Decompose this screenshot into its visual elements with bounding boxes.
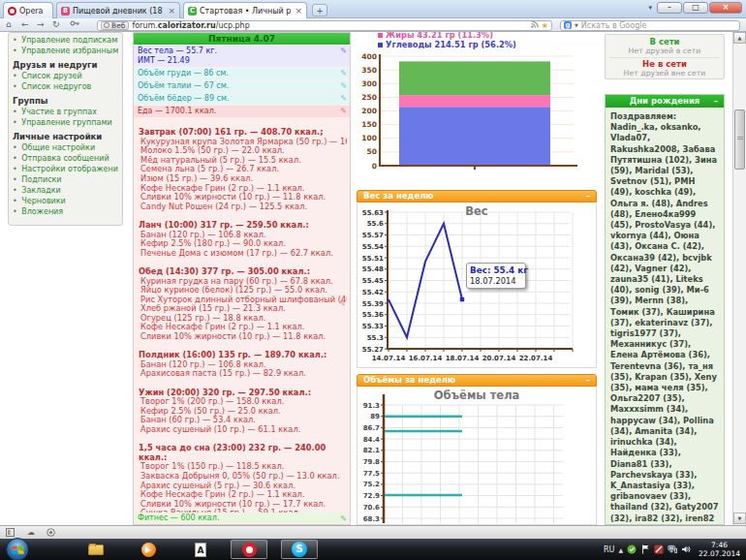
meal-item: Мёд натуральный (5 гр.) — 15.5 ккал. bbox=[139, 156, 347, 166]
macros-chart-panel: Жиры 43.21 гр (11.3%) Углеводы 214.51 гр… bbox=[357, 32, 597, 190]
chevron-down-icon[interactable]: ▼ bbox=[575, 22, 578, 28]
sidebar-item[interactable]: • Вложения bbox=[13, 206, 118, 217]
taskbar-skype-button[interactable]: S bbox=[281, 540, 318, 559]
meal-item: Кофе Нескафе Грин (2 гр.) — 1.1 ккал. bbox=[139, 490, 347, 500]
meal-item: Банан (120 гр.) — 106.8 ккал. bbox=[139, 231, 347, 240]
meal-section: Завтрак (07:00) 161 гр. — 408.70 ккал.;К… bbox=[139, 128, 347, 211]
sidebar-item[interactable]: • Управление избранными bbox=[13, 46, 118, 56]
bookmark-star-icon[interactable]: ★ bbox=[542, 21, 548, 30]
start-button[interactable] bbox=[6, 538, 29, 560]
new-tab-button[interactable]: + bbox=[312, 4, 327, 16]
collapse-icon[interactable]: – bbox=[586, 375, 590, 386]
sidebar-item[interactable]: • Настройки отображения bbox=[13, 164, 118, 174]
document-a-icon: A bbox=[195, 543, 206, 557]
meal-item: Арахис сушеный (5 гр.) — 30.6 ккал. bbox=[139, 482, 347, 491]
collapse-icon[interactable]: – bbox=[586, 191, 590, 202]
sidebar-item[interactable]: • Общие настройки bbox=[13, 142, 118, 153]
windows-logo-icon bbox=[12, 544, 24, 556]
sidebar-item[interactable]: • Список недругов bbox=[13, 81, 118, 92]
page-scrollbar[interactable]: ▲ ▼ bbox=[732, 32, 746, 525]
edit-pencil-icon[interactable]: ✎ bbox=[340, 94, 347, 104]
app-red-icon[interactable] bbox=[654, 544, 664, 554]
sidebar-list: • Управление подписками• Управление избр… bbox=[13, 35, 118, 217]
svg-text:20.07.14: 20.07.14 bbox=[482, 355, 516, 362]
svg-text:55.54: 55.54 bbox=[362, 243, 384, 251]
edit-pencil-icon[interactable]: ✎ bbox=[340, 513, 347, 524]
antivirus-icon[interactable] bbox=[627, 544, 637, 554]
sidebar-item[interactable]: • Черновики bbox=[13, 196, 118, 206]
media-player-icon: ▶ bbox=[141, 543, 156, 557]
svg-text:86.7: 86.7 bbox=[363, 424, 380, 432]
close-button[interactable]: × bbox=[709, 2, 742, 14]
chevron-down-icon[interactable]: ▾ bbox=[648, 4, 652, 12]
svg-text:79.8: 79.8 bbox=[363, 458, 380, 466]
taskbar-media-player-button[interactable]: ▶ bbox=[130, 540, 167, 559]
tab-close-icon[interactable]: × bbox=[168, 7, 175, 16]
minimize-button[interactable]: – bbox=[657, 2, 682, 14]
camera-icon[interactable] bbox=[47, 528, 55, 539]
fitness-row: Фитнес — 600 ккал. ✎ bbox=[134, 513, 350, 523]
maximize-button[interactable]: □ bbox=[683, 2, 708, 14]
tab-personal-section[interactable]: C Стартовая • Личный р… × bbox=[183, 2, 307, 18]
sidebar-item[interactable]: • Подписки bbox=[13, 174, 118, 185]
volumes-week-header[interactable]: Объёмы за неделю – bbox=[357, 374, 597, 387]
meal-item: Молоко 1.5% (50 гр.) — 22.0 ккал. bbox=[139, 146, 347, 156]
volumes-chart: 91.38986.784.482.179.877.575.272.970.668… bbox=[357, 387, 596, 523]
sidebar-item[interactable]: • Отправка сообщений bbox=[13, 153, 118, 164]
web-badge[interactable]: Веб bbox=[101, 21, 129, 30]
tab-food-diary[interactable]: 8 Пищевой дневник (18 … × bbox=[56, 2, 180, 18]
key-icon[interactable] bbox=[70, 19, 79, 30]
diary-summary-row: Еда — 1700.1 ккал.✎ bbox=[134, 106, 350, 117]
rss-icon[interactable] bbox=[531, 20, 539, 31]
network-icon[interactable] bbox=[668, 544, 677, 554]
edit-pencil-icon[interactable]: ✎ bbox=[339, 299, 346, 308]
meal-item: Закваска Добрыня 0, 05% (50 гр.) — 13.0 … bbox=[139, 472, 347, 482]
tab-close-icon[interactable]: × bbox=[295, 7, 302, 16]
opera-link-cloud-icon[interactable]: ☁ bbox=[27, 528, 35, 537]
taskbar-clock[interactable]: 7:46 22.07.2014 bbox=[695, 541, 744, 558]
collapse-icon[interactable]: – bbox=[714, 95, 718, 108]
sidebar-item[interactable]: • Управление подписками bbox=[13, 35, 118, 46]
meal-header: Полдник (16:00) 135 гр. — 189.70 ккал.: bbox=[139, 351, 347, 360]
birthdays-header[interactable]: Дни рождения – bbox=[606, 95, 724, 108]
search-input[interactable]: g ▼ Искать в Google bbox=[560, 20, 740, 31]
sidebar-item[interactable]: • Закладки bbox=[13, 185, 118, 196]
svg-text:18.07.14: 18.07.14 bbox=[446, 355, 480, 362]
forward-icon[interactable]: → bbox=[37, 19, 45, 30]
globe-icon bbox=[104, 22, 109, 28]
address-bar[interactable]: Веб forum.calorizator.ru/ucp.php ★ bbox=[97, 20, 552, 31]
diary-meals: Завтрак (07:00) 161 гр. — 408.70 ккал.;К… bbox=[134, 118, 350, 518]
chart-tooltip: Вес: 55.4 кг 18.07.2014 bbox=[466, 263, 526, 289]
reload-icon[interactable]: ↻ bbox=[52, 19, 60, 30]
svg-text:55.48: 55.48 bbox=[362, 265, 384, 273]
svg-text:84.4: 84.4 bbox=[363, 436, 380, 444]
taskbar-opera-button[interactable] bbox=[231, 540, 267, 559]
panel-toggle-icon[interactable] bbox=[6, 528, 15, 539]
svg-text:55.42: 55.42 bbox=[362, 289, 384, 296]
meal-item: Банан (120 гр.) — 106.8 ккал. bbox=[139, 360, 347, 370]
opera-menu-button[interactable]: Opera bbox=[3, 2, 53, 18]
language-indicator[interactable]: RU bbox=[604, 545, 614, 554]
edit-pencil-icon[interactable]: ✎ bbox=[340, 107, 347, 116]
meal-item: Кофе Нескафе Грин (2 гр.) — 1.1 ккал. bbox=[139, 184, 347, 194]
edit-pencil-icon[interactable]: ✎ bbox=[340, 69, 347, 78]
back-icon[interactable]: ← bbox=[21, 19, 29, 30]
sidebar-item[interactable]: • Управление группами bbox=[13, 117, 118, 128]
scroll-down-icon[interactable]: ▼ bbox=[733, 513, 746, 524]
sidebar-item[interactable]: • Участие в группах bbox=[13, 107, 118, 117]
volume-icon[interactable] bbox=[681, 544, 691, 554]
taskbar-explorer-button[interactable] bbox=[78, 540, 114, 559]
weight-week-header[interactable]: Вес за неделю – bbox=[357, 190, 597, 202]
tray-expand-icon[interactable]: ▲ bbox=[618, 546, 623, 553]
edit-pencil-icon[interactable]: ✎ bbox=[340, 47, 347, 56]
home-icon[interactable]: ⌂ bbox=[6, 19, 12, 30]
edit-pencil-icon[interactable]: ✎ bbox=[340, 81, 347, 91]
opera-icon bbox=[242, 543, 257, 557]
taskbar-document-button[interactable]: A bbox=[182, 540, 219, 559]
sidebar-item[interactable]: • Список друзей bbox=[13, 71, 118, 81]
action-center-flag-icon[interactable] bbox=[640, 544, 650, 554]
scroll-up-icon[interactable]: ▲ bbox=[733, 32, 746, 44]
scrollbar-thumb[interactable] bbox=[734, 109, 745, 170]
meal-item: Арахисовая паста (15 гр.) — 82.9 ккал. bbox=[139, 369, 347, 379]
birthdays-text[interactable]: Поздравляем: Nadin_.ka, oksanko, Vlada07… bbox=[606, 108, 724, 525]
